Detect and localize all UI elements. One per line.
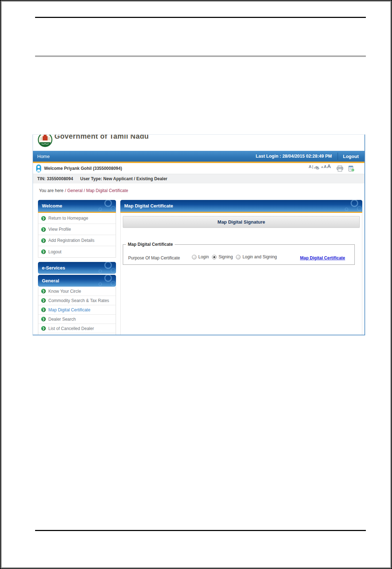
green-arrow-icon bbox=[41, 307, 46, 312]
sidebar-item-view-profile[interactable]: View Profile bbox=[38, 224, 116, 235]
green-arrow-icon bbox=[41, 238, 46, 243]
green-arrow-icon bbox=[41, 216, 46, 221]
sidebar-item-dealer-search[interactable]: Dealer Search bbox=[38, 315, 116, 324]
sidebar-item-return-to-homepage[interactable]: Return to Homepage bbox=[38, 213, 116, 224]
font-default-button[interactable]: A bbox=[309, 164, 311, 169]
purpose-radio-group: Login Signing Login and Signing bbox=[192, 254, 280, 259]
green-arrow-icon bbox=[41, 317, 46, 321]
sidebar-item-clipped[interactable]: e-payment bbox=[38, 333, 116, 335]
main-content: Map Digital Certificate Map Digital Sign… bbox=[120, 200, 362, 335]
sidebar-header-welcome: Welcome bbox=[38, 200, 116, 212]
logo-strip: Government of Tamil Nadu bbox=[33, 135, 364, 151]
middle-rule bbox=[35, 56, 366, 57]
nav-right-group: Last Login : 28/04/2015 02:28:49 PM Logo… bbox=[256, 153, 364, 160]
radio-login-label[interactable]: Login bbox=[198, 254, 209, 259]
report-add-icon[interactable] bbox=[348, 166, 354, 172]
map-digital-certificate-link[interactable]: Map Digital Certificate bbox=[300, 255, 345, 260]
user-type-value: User Type: New Applicant / Existing Deal… bbox=[80, 176, 167, 181]
section-title: Map Digital Signature bbox=[218, 219, 265, 225]
sidebar-item-commodity-search-tax-rates[interactable]: Commodity Search & Tax Rates bbox=[38, 296, 116, 305]
document-page: Government of Tamil Nadu Home Last Login… bbox=[0, 0, 392, 569]
purpose-label: Purpose Of Map Certificate bbox=[128, 255, 180, 260]
green-arrow-icon bbox=[41, 289, 46, 293]
main-panel-title: Map Digital Certificate bbox=[124, 203, 173, 209]
tin-value: TIN: 33550008094 bbox=[37, 176, 73, 181]
sidebar-header-e-services[interactable]: e-Services bbox=[38, 262, 116, 274]
sidebar-general-items: Know Your Circle Commodity Search & Tax … bbox=[38, 287, 116, 335]
main-panel-header: Map Digital Certificate bbox=[120, 200, 362, 212]
tamil-language-button[interactable]: ஆ bbox=[314, 164, 319, 169]
bottom-rule bbox=[35, 530, 366, 531]
sidebar-item-know-your-circle[interactable]: Know Your Circle bbox=[38, 287, 116, 296]
sidebar-item-logout[interactable]: Logout bbox=[38, 246, 116, 257]
breadcrumb-prefix: You are here bbox=[39, 188, 63, 193]
radio-signing-label[interactable]: Signing bbox=[218, 254, 233, 259]
font-large-button[interactable]: A bbox=[327, 163, 331, 169]
accessibility-tools: A | ஆ A A A bbox=[309, 163, 354, 174]
top-rule bbox=[35, 17, 366, 18]
green-arrow-icon bbox=[41, 326, 46, 331]
sidebar: Welcome Return to Homepage View Profile … bbox=[38, 200, 116, 335]
user-icon bbox=[36, 164, 42, 173]
fieldset-legend: Map Digital Certificate bbox=[126, 242, 175, 247]
top-nav-bar: Home Last Login : 28/04/2015 02:28:49 PM… bbox=[33, 151, 364, 162]
green-arrow-icon bbox=[41, 249, 46, 254]
portal-screenshot: Government of Tamil Nadu Home Last Login… bbox=[33, 134, 365, 335]
last-login-text: Last Login : 28/04/2015 02:28:49 PM bbox=[256, 154, 332, 159]
radio-login[interactable] bbox=[192, 255, 197, 259]
radio-login-and-signing-label[interactable]: Login and Signing bbox=[242, 254, 277, 259]
sidebar-item-add-registration-details[interactable]: Add Registration Details bbox=[38, 235, 116, 246]
map-digital-certificate-fieldset: Map Digital Certificate Purpose Of Map C… bbox=[123, 242, 355, 265]
tin-info-bar: TIN: 33550008094 User Type: New Applican… bbox=[33, 174, 364, 183]
welcome-text: Welcome Priyank Gohil (33550008094) bbox=[44, 166, 122, 171]
logout-button[interactable]: Logout bbox=[343, 154, 359, 159]
sidebar-welcome-items: Return to Homepage View Profile Add Regi… bbox=[38, 213, 116, 258]
radio-signing[interactable] bbox=[212, 255, 217, 259]
sidebar-header-general[interactable]: General bbox=[38, 275, 116, 287]
font-medium-button[interactable]: A bbox=[324, 164, 326, 169]
printer-icon[interactable] bbox=[337, 166, 343, 172]
sidebar-item-list-of-cancelled-dealer[interactable]: List of Cancelled Dealer bbox=[38, 324, 116, 333]
site-title: Government of Tamil Nadu bbox=[54, 134, 149, 140]
nav-divider bbox=[338, 153, 338, 160]
nav-home-link[interactable]: Home bbox=[37, 154, 50, 159]
font-small-button[interactable]: A bbox=[321, 166, 323, 169]
sidebar-panel-welcome: Welcome Return to Homepage View Profile … bbox=[38, 200, 116, 258]
breadcrumb-path[interactable]: / General / Map Digital Certificate bbox=[65, 188, 128, 193]
tamilnadu-emblem-icon bbox=[38, 134, 53, 149]
radio-login-and-signing[interactable] bbox=[236, 255, 241, 259]
sidebar-item-map-digital-certificate[interactable]: Map Digital Certificate bbox=[38, 305, 116, 315]
breadcrumb: You are here/ General / Map Digital Cert… bbox=[39, 188, 128, 193]
main-panel-body: Map Digital Signature Map Digital Certif… bbox=[120, 213, 362, 335]
green-arrow-icon bbox=[41, 227, 46, 232]
font-divider: | bbox=[312, 164, 313, 169]
section-title-bar: Map Digital Signature bbox=[123, 216, 360, 228]
green-arrow-icon bbox=[41, 298, 46, 303]
